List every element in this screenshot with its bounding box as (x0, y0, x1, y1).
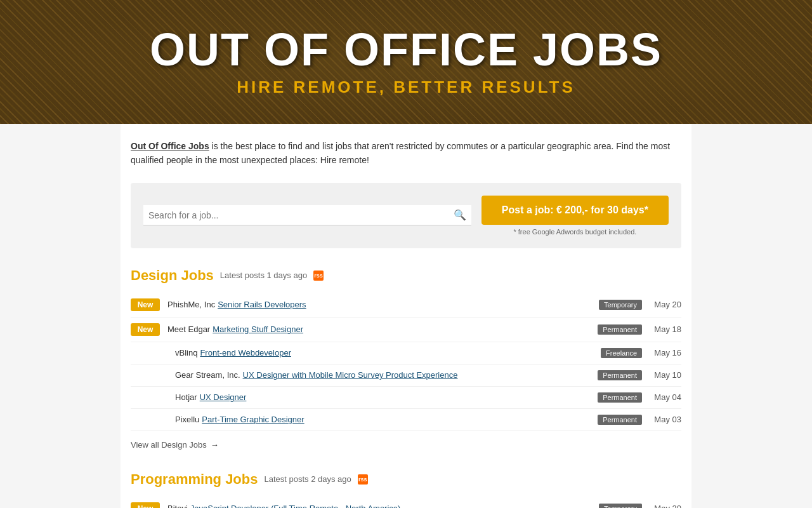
job-type-badge: Temporary (599, 300, 642, 310)
new-badge: New (131, 323, 160, 336)
programming-section-title: Programming Jobs (131, 471, 258, 488)
job-date: May 16 (650, 348, 681, 358)
job-type-badge: Permanent (598, 370, 642, 380)
job-meta: Permanent May 04 (598, 392, 681, 403)
job-date: May 10 (650, 370, 681, 380)
programming-section-meta: Latest posts 2 days ago (264, 474, 351, 484)
job-company: vBlinq (175, 348, 197, 358)
programming-section-header: Programming Jobs Latest posts 2 days ago… (131, 471, 681, 488)
intro-site-link[interactable]: Out Of Office Jobs (131, 141, 209, 151)
design-section-title: Design Jobs (131, 267, 214, 284)
job-type-badge: Permanent (598, 392, 642, 403)
main-content: Out Of Office Jobs is the best place to … (121, 124, 691, 508)
job-type-badge: Temporary (599, 504, 642, 508)
job-date: May 20 (650, 504, 681, 508)
new-badge: New (131, 502, 160, 508)
programming-jobs-section: Programming Jobs Latest posts 2 days ago… (131, 471, 681, 508)
table-row: New PhishMe, Inc Senior Rails Developers… (131, 293, 681, 318)
job-title-link[interactable]: Marketing Stuff Designer (213, 324, 303, 334)
job-type-badge: Permanent (598, 415, 642, 425)
new-badge: New (131, 298, 160, 311)
job-title-link[interactable]: Senior Rails Developers (218, 300, 306, 309)
post-job-button[interactable]: Post a job: € 200,- for 30 days* (481, 196, 669, 225)
search-row: 🔍 Post a job: € 200,- for 30 days* * fre… (131, 183, 681, 248)
job-meta: Temporary May 20 (599, 300, 681, 310)
job-company: Bitovi (167, 504, 188, 508)
job-title-link[interactable]: JavaScript Developer (Full Time Remote -… (190, 504, 401, 508)
design-rss-icon[interactable]: rss (313, 271, 324, 281)
job-title-link[interactable]: UX Designer (200, 392, 247, 402)
table-row: Gear Stream, Inc. UX Designer with Mobil… (131, 364, 681, 387)
job-date: May 03 (650, 415, 681, 424)
job-meta: Permanent May 18 (598, 324, 681, 335)
hero-subtitle: HIRE REMOTE, BETTER RESULTS (237, 77, 575, 97)
hero-title: OUT OF OFFICE JOBS (150, 27, 662, 72)
job-company: Pixellu (175, 415, 199, 424)
job-title-link[interactable]: Part-Time Graphic Designer (202, 415, 304, 424)
programming-rss-icon[interactable]: rss (358, 474, 368, 485)
job-title-link[interactable]: UX Designer with Mobile Micro Survey Pro… (243, 370, 458, 380)
job-date: May 20 (650, 300, 681, 309)
post-job-note: * free Google Adwords budget included. (513, 228, 636, 236)
job-company: Meet Edgar (167, 324, 210, 334)
table-row: New Meet Edgar Marketing Stuff Designer … (131, 318, 681, 342)
post-job-wrap: Post a job: € 200,- for 30 days* * free … (481, 196, 669, 236)
view-all-design-label: View all Design Jobs (131, 440, 207, 450)
arrow-right-icon: → (211, 440, 219, 450)
view-all-design-link[interactable]: View all Design Jobs → (131, 438, 219, 452)
job-company: Hotjar (175, 392, 197, 402)
intro-body-text: is the best place to find and list jobs … (131, 141, 670, 165)
job-title-link[interactable]: Front-end Webdeveloper (200, 348, 291, 358)
job-meta: Permanent May 03 (598, 415, 681, 425)
search-input[interactable] (148, 210, 449, 220)
intro-paragraph: Out Of Office Jobs is the best place to … (131, 139, 681, 168)
table-row: Pixellu Part-Time Graphic Designer Perma… (131, 409, 681, 431)
design-section-header: Design Jobs Latest posts 1 days ago rss (131, 267, 681, 284)
search-input-wrap: 🔍 (143, 205, 471, 225)
table-row: Hotjar UX Designer Permanent May 04 (131, 387, 681, 409)
hero-banner: OUT OF OFFICE JOBS HIRE REMOTE, BETTER R… (0, 0, 812, 124)
job-company: Gear Stream, Inc. (175, 370, 240, 380)
job-meta: Freelance May 16 (601, 348, 681, 358)
job-company: PhishMe, Inc (167, 300, 215, 309)
table-row: vBlinq Front-end Webdeveloper Freelance … (131, 342, 681, 364)
job-meta: Permanent May 10 (598, 370, 681, 380)
table-row: New Bitovi JavaScript Developer (Full Ti… (131, 497, 681, 508)
job-type-badge: Permanent (598, 324, 642, 335)
job-date: May 18 (650, 324, 681, 334)
job-type-badge: Freelance (601, 348, 642, 358)
design-jobs-section: Design Jobs Latest posts 1 days ago rss … (131, 267, 681, 452)
search-icon: 🔍 (454, 209, 466, 221)
job-date: May 04 (650, 392, 681, 402)
job-meta: Temporary May 20 (599, 504, 681, 508)
design-section-meta: Latest posts 1 days ago (220, 271, 307, 280)
